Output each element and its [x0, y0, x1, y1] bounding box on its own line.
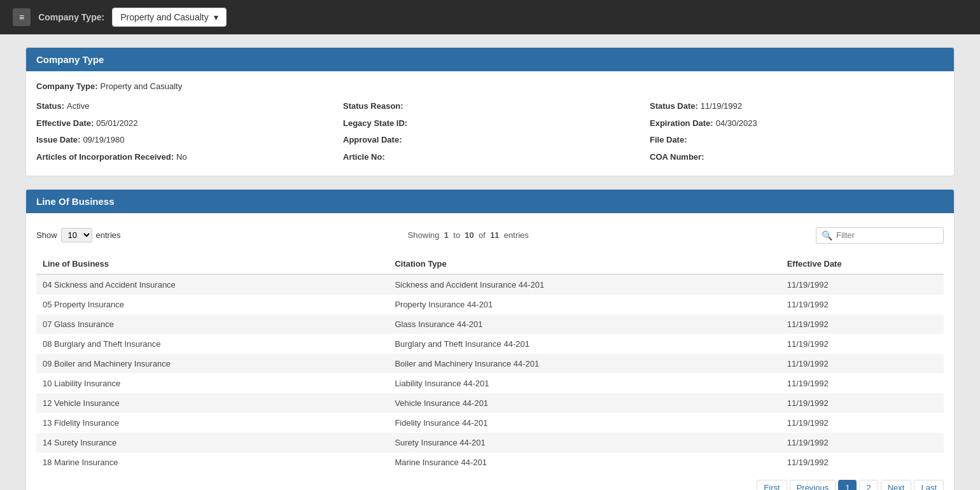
showing-pre: Showing: [408, 230, 440, 240]
company-type-value: Property and Casualty: [101, 80, 183, 94]
lob-cell: 12 Vehicle Insurance: [36, 393, 388, 413]
citation-cell: Marine Insurance 44-201: [388, 452, 780, 472]
status-date-label: Status Date:: [650, 100, 698, 113]
articles-label: Articles of Incorporation Received:: [36, 151, 174, 164]
lob-cell: 09 Boiler and Machinery Insurance: [36, 354, 388, 374]
citation-cell: Burglary and Theft Insurance 44-201: [388, 334, 780, 354]
col-citation: Citation Type: [388, 254, 780, 274]
showing-post: entries: [504, 230, 529, 240]
table-row: 12 Vehicle InsuranceVehicle Insurance 44…: [36, 393, 944, 413]
company-type-dropdown-value: Property and Casualty: [120, 12, 209, 22]
citation-cell: Fidelity Insurance 44-201: [388, 413, 780, 433]
entries-label: entries: [96, 230, 121, 240]
lob-cell: 13 Fidelity Insurance: [36, 413, 388, 433]
file-date-label: File Date:: [650, 134, 687, 147]
status-label: Status:: [36, 100, 64, 113]
table-row: 14 Surety InsuranceSurety Insurance 44-2…: [36, 433, 944, 452]
pagination-first[interactable]: First: [757, 480, 787, 490]
lob-cell: 14 Surety Insurance: [36, 433, 388, 452]
showing-to: 10: [465, 230, 473, 240]
issue-date-value: 09/19/1980: [83, 134, 124, 147]
pagination-last[interactable]: Last: [914, 480, 944, 490]
entries-select[interactable]: 10 25 50: [61, 228, 92, 242]
pagination-page-2[interactable]: 2: [859, 480, 878, 490]
effective-date-cell: 11/19/1992: [781, 433, 944, 452]
lob-cell: 08 Burglary and Theft Insurance: [36, 334, 388, 354]
col-effective-date: Effective Date: [781, 254, 944, 274]
effective-date-label: Effective Date:: [36, 117, 94, 130]
pagination-next[interactable]: Next: [881, 480, 912, 490]
lob-card-body: Show 10 25 50 entries Showing 1 to 10 of…: [26, 213, 954, 490]
show-entries: Show 10 25 50 entries: [36, 228, 121, 242]
effective-date-cell: 11/19/1992: [781, 393, 944, 413]
col-lob: Line of Business: [36, 254, 388, 274]
main-content: Company Type Company Type: Property and …: [0, 34, 980, 490]
citation-cell: Property Insurance 44-201: [388, 295, 780, 314]
citation-cell: Surety Insurance 44-201: [388, 433, 780, 452]
table-header-row: Line of Business Citation Type Effective…: [36, 254, 944, 274]
issue-date-label: Issue Date:: [36, 134, 80, 147]
show-label: Show: [36, 230, 57, 240]
status-date-value: 11/19/1992: [701, 100, 742, 113]
col2: Status Reason: Legacy State ID: Approval…: [343, 97, 637, 167]
company-type-card: Company Type Company Type: Property and …: [25, 47, 955, 176]
status-reason-label: Status Reason:: [343, 100, 403, 113]
search-icon: 🔍: [822, 230, 832, 241]
company-type-dropdown[interactable]: Property and Casualty ▾: [112, 8, 227, 27]
chevron-down-icon: ▾: [214, 12, 218, 22]
company-type-card-header: Company Type: [26, 48, 954, 71]
showing-from: 1: [444, 230, 449, 240]
citation-cell: Glass Insurance 44-201: [388, 314, 780, 334]
articles-value: No: [176, 151, 187, 164]
search-box[interactable]: 🔍: [816, 227, 944, 244]
company-type-nav-label: Company Type:: [38, 12, 104, 22]
effective-date-cell: 11/19/1992: [781, 374, 944, 393]
table-row: 07 Glass InsuranceGlass Insurance 44-201…: [36, 314, 944, 334]
citation-cell: Vehicle Insurance 44-201: [388, 393, 780, 413]
col3: Status Date: 11/19/1992 Expiration Date:…: [650, 97, 944, 167]
effective-date-cell: 11/19/1992: [781, 354, 944, 374]
article-no-label: Article No:: [343, 151, 385, 164]
effective-date-cell: 11/19/1992: [781, 295, 944, 314]
company-type-label: Company Type:: [36, 80, 98, 94]
pagination-page-1[interactable]: 1: [838, 480, 857, 490]
lob-table: Line of Business Citation Type Effective…: [36, 254, 944, 472]
table-row: 10 Liability InsuranceLiability Insuranc…: [36, 374, 944, 393]
entries-info: Showing 1 to 10 of 11 entries: [408, 230, 529, 240]
table-row: 13 Fidelity InsuranceFidelity Insurance …: [36, 413, 944, 433]
table-row: 18 Marine InsuranceMarine Insurance 44-2…: [36, 452, 944, 472]
showing-of: of: [479, 230, 486, 240]
menu-button[interactable]: ≡: [13, 8, 31, 26]
lob-card: Line Of Business Show 10 25 50 entries S…: [25, 189, 955, 490]
col1: Status: Active Effective Date: 05/01/202…: [36, 97, 330, 167]
citation-cell: Sickness and Accident Insurance 44-201: [388, 274, 780, 295]
status-value: Active: [67, 100, 89, 113]
showing-to-label: to: [453, 230, 460, 240]
table-row: 05 Property InsuranceProperty Insurance …: [36, 295, 944, 314]
filter-input[interactable]: [836, 230, 938, 240]
table-row: 04 Sickness and Accident InsuranceSickne…: [36, 274, 944, 295]
lob-cell: 07 Glass Insurance: [36, 314, 388, 334]
coa-number-label: COA Number:: [650, 151, 704, 164]
lob-cell: 04 Sickness and Accident Insurance: [36, 274, 388, 295]
pagination-previous[interactable]: Previous: [790, 480, 836, 490]
showing-total: 11: [490, 230, 499, 240]
expiration-date-label: Expiration Date:: [650, 117, 713, 130]
lob-cell: 18 Marine Insurance: [36, 452, 388, 472]
effective-date-cell: 11/19/1992: [781, 334, 944, 354]
lob-cell: 10 Liability Insurance: [36, 374, 388, 393]
approval-date-label: Approval Date:: [343, 134, 402, 147]
table-row: 09 Boiler and Machinery InsuranceBoiler …: [36, 354, 944, 374]
company-type-card-body: Company Type: Property and Casualty Stat…: [26, 71, 954, 176]
effective-date-cell: 11/19/1992: [781, 314, 944, 334]
legacy-state-id-label: Legacy State ID:: [343, 117, 407, 130]
expiration-date-value: 04/30/2023: [716, 117, 757, 130]
effective-date-cell: 11/19/1992: [781, 452, 944, 472]
pagination: First Previous 1 2 Next Last: [36, 472, 944, 490]
top-nav: ≡ Company Type: Property and Casualty ▾: [0, 0, 980, 34]
table-row: 08 Burglary and Theft InsuranceBurglary …: [36, 334, 944, 354]
effective-date-value: 05/01/2022: [96, 117, 137, 130]
effective-date-cell: 11/19/1992: [781, 274, 944, 295]
citation-cell: Boiler and Machinery Insurance 44-201: [388, 354, 780, 374]
lob-cell: 05 Property Insurance: [36, 295, 388, 314]
